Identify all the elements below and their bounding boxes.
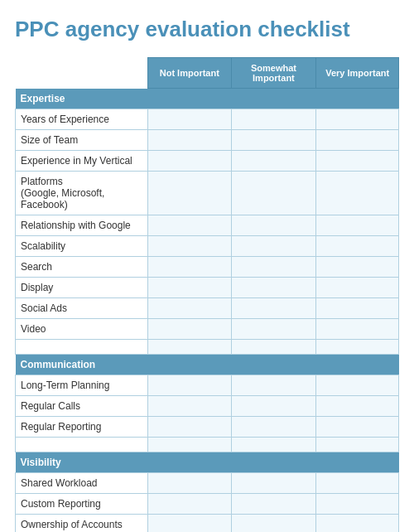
check-cell-1[interactable] [231, 172, 316, 215]
check-cell-1[interactable] [231, 319, 316, 340]
spacer-row [16, 438, 399, 452]
spacer-cell [148, 438, 231, 452]
row-label: Years of Experience [16, 109, 148, 130]
check-cell-1[interactable] [231, 257, 316, 278]
check-cell-1[interactable] [231, 494, 316, 515]
check-cell-0[interactable] [148, 494, 231, 515]
check-cell-2[interactable] [316, 257, 399, 278]
row-label: Regular Calls [16, 396, 148, 417]
check-cell-0[interactable] [148, 151, 231, 172]
check-cell-1[interactable] [231, 278, 316, 298]
table-row: Custom Reporting [16, 494, 399, 515]
check-cell-0[interactable] [148, 319, 231, 340]
row-label: Relationship with Google [16, 215, 148, 236]
table-row: Years of Experience [16, 109, 399, 130]
row-label: Scalability [16, 236, 148, 257]
check-cell-2[interactable] [316, 396, 399, 417]
spacer-cell [316, 340, 399, 355]
check-cell-2[interactable] [316, 130, 399, 151]
row-label: Search [16, 257, 148, 278]
table-row: Regular Calls [16, 396, 399, 417]
check-cell-1[interactable] [231, 236, 316, 257]
spacer-cell [316, 438, 399, 452]
table-row: Display [16, 278, 399, 298]
check-cell-1[interactable] [231, 215, 316, 236]
spacer-cell [16, 340, 148, 355]
checklist-table: Not Important Somewhat Important Very Im… [15, 57, 399, 532]
col-header-very-important: Very Important [316, 58, 399, 89]
row-label: Video [16, 319, 148, 340]
check-cell-1[interactable] [231, 130, 316, 151]
check-cell-0[interactable] [148, 473, 231, 494]
check-cell-0[interactable] [148, 215, 231, 236]
check-cell-2[interactable] [316, 172, 399, 215]
check-cell-0[interactable] [148, 278, 231, 298]
row-label: Regular Reporting [16, 417, 148, 438]
row-label: Display [16, 278, 148, 298]
check-cell-1[interactable] [231, 375, 316, 396]
row-label: Size of Team [16, 130, 148, 151]
check-cell-1[interactable] [231, 151, 316, 172]
row-label: Custom Reporting [16, 494, 148, 515]
check-cell-1[interactable] [231, 515, 316, 532]
check-cell-0[interactable] [148, 515, 231, 532]
table-row: Social Ads [16, 298, 399, 319]
row-label: Platforms (Google, Microsoft, Facebook) [16, 172, 148, 215]
table-header-row: Not Important Somewhat Important Very Im… [16, 58, 399, 89]
row-label: Shared Workload [16, 473, 148, 494]
check-cell-0[interactable] [148, 109, 231, 130]
check-cell-2[interactable] [316, 215, 399, 236]
check-cell-0[interactable] [148, 257, 231, 278]
col-header-label [16, 58, 148, 89]
table-row: Ownership of Accounts [16, 515, 399, 532]
check-cell-2[interactable] [316, 494, 399, 515]
section-label-expertise: Expertise [16, 89, 399, 109]
check-cell-0[interactable] [148, 172, 231, 215]
section-label-visibility: Visibility [16, 452, 399, 473]
check-cell-2[interactable] [316, 375, 399, 396]
check-cell-1[interactable] [231, 109, 316, 130]
spacer-cell [231, 438, 316, 452]
check-cell-2[interactable] [316, 151, 399, 172]
check-cell-0[interactable] [148, 375, 231, 396]
check-cell-0[interactable] [148, 417, 231, 438]
spacer-cell [148, 340, 231, 355]
spacer-cell [231, 340, 316, 355]
check-cell-2[interactable] [316, 473, 399, 494]
check-cell-0[interactable] [148, 396, 231, 417]
table-row: Relationship with Google [16, 215, 399, 236]
table-row: Experience in My Vertical [16, 151, 399, 172]
col-header-not-important: Not Important [148, 58, 231, 89]
check-cell-2[interactable] [316, 417, 399, 438]
row-label: Ownership of Accounts [16, 515, 148, 532]
check-cell-1[interactable] [231, 417, 316, 438]
row-label: Long-Term Planning [16, 375, 148, 396]
table-row: Video [16, 319, 399, 340]
check-cell-1[interactable] [231, 298, 316, 319]
check-cell-2[interactable] [316, 515, 399, 532]
page-title: PPC agency evaluation checklist [15, 17, 399, 42]
table-row: Search [16, 257, 399, 278]
table-row: Size of Team [16, 130, 399, 151]
check-cell-2[interactable] [316, 319, 399, 340]
section-header-expertise: Expertise [16, 89, 399, 109]
section-header-visibility: Visibility [16, 452, 399, 473]
check-cell-2[interactable] [316, 109, 399, 130]
table-row: Regular Reporting [16, 417, 399, 438]
row-label: Social Ads [16, 298, 148, 319]
check-cell-2[interactable] [316, 278, 399, 298]
table-row: Platforms (Google, Microsoft, Facebook) [16, 172, 399, 215]
check-cell-0[interactable] [148, 130, 231, 151]
check-cell-0[interactable] [148, 298, 231, 319]
check-cell-2[interactable] [316, 298, 399, 319]
table-row: Shared Workload [16, 473, 399, 494]
section-label-communication: Communication [16, 355, 399, 375]
row-label: Experience in My Vertical [16, 151, 148, 172]
table-row: Long-Term Planning [16, 375, 399, 396]
spacer-cell [16, 438, 148, 452]
check-cell-1[interactable] [231, 396, 316, 417]
check-cell-1[interactable] [231, 473, 316, 494]
check-cell-2[interactable] [316, 236, 399, 257]
check-cell-0[interactable] [148, 236, 231, 257]
table-row: Scalability [16, 236, 399, 257]
